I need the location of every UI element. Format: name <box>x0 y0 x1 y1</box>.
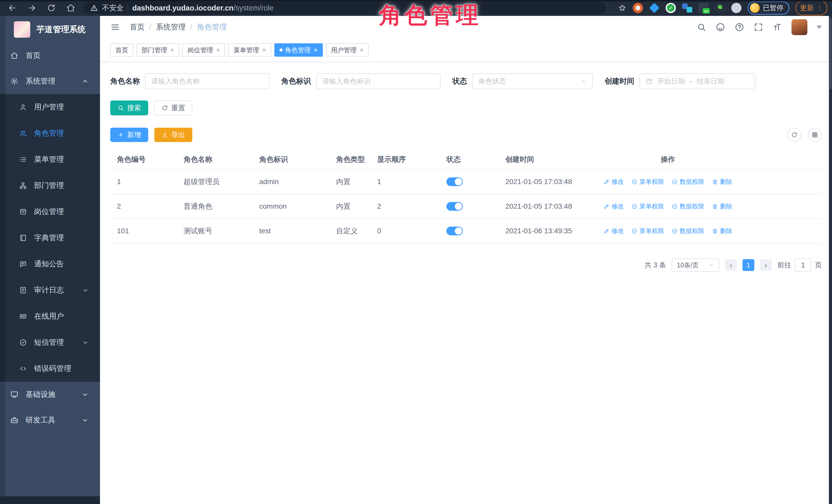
sidebar-item-error-code-management[interactable]: 错误码管理 <box>0 355 100 382</box>
tab-post-management[interactable]: 岗位管理× <box>182 43 225 57</box>
column-settings-button[interactable] <box>808 128 822 142</box>
close-icon[interactable]: × <box>314 47 318 53</box>
status-toggle[interactable] <box>446 227 463 235</box>
edit-link[interactable]: 修改 <box>603 227 624 235</box>
kebab-menu-icon[interactable] <box>816 5 823 11</box>
close-icon[interactable]: × <box>170 47 174 53</box>
search-icon[interactable] <box>697 22 706 32</box>
tab-menu-management[interactable]: 菜单管理× <box>228 43 271 57</box>
status-select[interactable]: 角色状态 <box>472 73 593 89</box>
delete-label: 删除 <box>720 202 732 210</box>
address-bar[interactable]: 不安全 dashboard.yudao.iocoder.cn/system/ro… <box>83 2 606 14</box>
trash-icon <box>712 228 718 234</box>
breadcrumb-home[interactable]: 首页 <box>130 22 145 32</box>
topbar-right-controls <box>697 19 822 35</box>
sidebar-item-infrastructure[interactable]: 基础设施 <box>0 382 100 407</box>
forward-icon[interactable] <box>27 3 36 12</box>
sidebar-item-sms-management[interactable]: 短信管理 <box>0 329 100 355</box>
reset-button[interactable]: 重置 <box>154 101 192 115</box>
bookmark-star-icon[interactable] <box>618 4 627 12</box>
current-page-button[interactable]: 1 <box>743 259 754 271</box>
avatar-caret-icon[interactable] <box>816 26 822 29</box>
edit-icon <box>603 179 609 185</box>
user-avatar[interactable] <box>791 19 807 35</box>
cell-role-key: admin <box>253 178 330 186</box>
edit-link[interactable]: 修改 <box>603 178 624 186</box>
delete-link[interactable]: 删除 <box>712 227 732 235</box>
sidebar-item-notice[interactable]: 通知公告 <box>0 251 100 277</box>
tab-dept-management[interactable]: 部门管理× <box>136 43 179 57</box>
status-toggle[interactable] <box>446 178 463 186</box>
tab-role-management[interactable]: 角色管理× <box>274 43 323 57</box>
menu-permission-link[interactable]: 菜单权限 <box>631 227 664 235</box>
extension-icon-check[interactable]: ✓ <box>666 3 676 13</box>
filter-create-time: 创建时间 开始日期 - 结束日期 <box>604 73 756 89</box>
hamburger-icon[interactable] <box>110 22 120 32</box>
role-name-input[interactable]: 请输入角色名称 <box>145 73 269 89</box>
date-range-picker[interactable]: 开始日期 - 结束日期 <box>640 73 754 89</box>
sidebar-item-audit-log[interactable]: 审计日志 <box>0 277 100 303</box>
browser-update-button[interactable]: 更新 <box>796 1 827 16</box>
profile-chip[interactable]: 已暂停 <box>748 1 789 15</box>
sidebar-item-dept-management[interactable]: 部门管理 <box>0 173 100 199</box>
menu-permission-link[interactable]: 菜单权限 <box>631 202 664 210</box>
filter-status: 状态 角色状态 <box>452 73 593 89</box>
edit-link[interactable]: 修改 <box>603 202 624 210</box>
extension-icon-sprout[interactable] <box>715 3 725 13</box>
sidebar-item-post-management[interactable]: 岗位管理 <box>0 199 100 225</box>
prev-page-button[interactable]: ‹ <box>725 259 737 271</box>
breadcrumb-system[interactable]: 系统管理 <box>156 22 186 32</box>
close-icon[interactable]: × <box>262 47 266 53</box>
export-button[interactable]: 导出 <box>154 128 192 142</box>
browser-home-icon[interactable] <box>66 3 75 12</box>
data-permission-link[interactable]: 数据权限 <box>672 202 704 210</box>
data-permission-link[interactable]: 数据权限 <box>672 178 704 186</box>
sidebar-scrollbar[interactable] <box>0 16 5 496</box>
sidebar-item-dev-tool[interactable]: 研发工具 <box>0 407 100 433</box>
search-button[interactable]: 搜索 <box>110 101 148 115</box>
sidebar-item-home[interactable]: 首页 <box>0 43 100 69</box>
font-size-icon[interactable] <box>773 22 782 32</box>
notice-icon <box>19 260 27 268</box>
sidebar-item-dict-management[interactable]: 字典管理 <box>0 225 100 251</box>
add-button[interactable]: 新增 <box>110 128 148 142</box>
help-icon[interactable] <box>734 22 744 32</box>
sidebar-item-role-management[interactable]: 角色管理 <box>0 120 100 147</box>
close-icon[interactable]: × <box>360 47 364 53</box>
refresh-table-button[interactable] <box>787 128 801 142</box>
chevron-down-icon <box>708 262 714 268</box>
browser-scrollbar[interactable] <box>829 16 832 504</box>
fullscreen-icon[interactable] <box>754 22 763 32</box>
delete-link[interactable]: 删除 <box>712 202 732 210</box>
sidebar-item-user-management[interactable]: 用户管理 <box>0 94 100 120</box>
menu-permission-link[interactable]: 菜单权限 <box>631 178 664 186</box>
page-content: 角色名称 请输入角色名称 角色标识 请输入角色标识 状态 角色状态 创建时间 <box>100 73 832 282</box>
sidebar-item-system-management[interactable]: 系统管理 <box>0 69 100 94</box>
role-key-placeholder: 请输入角色标识 <box>322 77 371 86</box>
extensions-puzzle-icon[interactable] <box>731 3 742 13</box>
goto-page-input[interactable]: 1 <box>795 258 811 272</box>
data-permission-link[interactable]: 数据权限 <box>672 227 704 235</box>
extension-icon-on-badge[interactable]: on <box>698 3 709 13</box>
extension-icon-gem[interactable] <box>649 3 660 13</box>
page-size-select[interactable]: 10条/页 <box>672 258 720 272</box>
sidebar-item-online-user[interactable]: 在线用户 <box>0 303 100 329</box>
app-logo[interactable]: 芋道管理系统 <box>0 16 100 43</box>
extension-icon-target[interactable] <box>633 3 643 13</box>
tab-user-management[interactable]: 用户管理× <box>326 43 369 57</box>
page-size-label: 10条/页 <box>677 261 699 269</box>
back-icon[interactable] <box>8 3 17 12</box>
tab-home[interactable]: 首页 <box>110 43 133 57</box>
extension-icon-dual[interactable] <box>682 3 692 13</box>
role-key-input[interactable]: 请输入角色标识 <box>316 73 441 89</box>
cell-role-name: 普通角色 <box>177 202 253 211</box>
tab-label: 首页 <box>115 46 128 54</box>
reload-icon[interactable] <box>47 3 56 12</box>
status-toggle[interactable] <box>446 202 463 211</box>
cell-role-id: 101 <box>110 227 177 235</box>
github-icon[interactable] <box>716 22 725 32</box>
delete-link[interactable]: 删除 <box>712 178 732 186</box>
next-page-button[interactable]: › <box>760 259 772 271</box>
sidebar-item-menu-management[interactable]: 菜单管理 <box>0 147 100 173</box>
close-icon[interactable]: × <box>216 47 220 53</box>
